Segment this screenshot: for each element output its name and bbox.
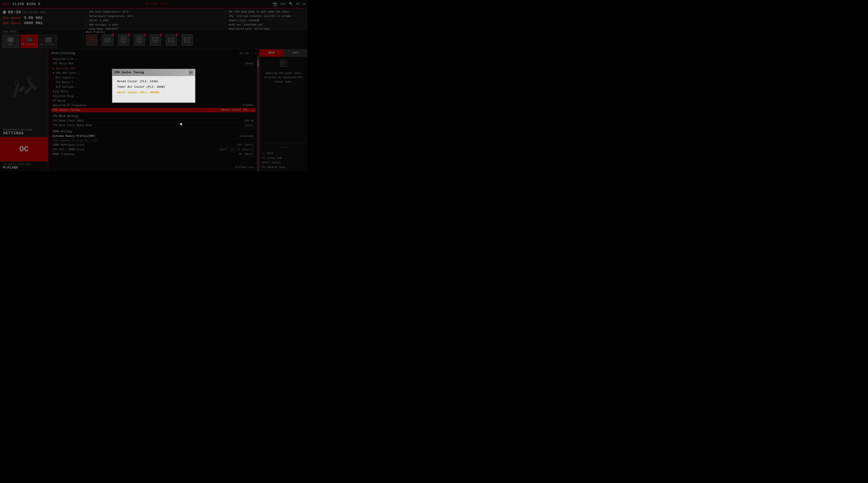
modal-overlay[interactable]: CPU Cooler Tuning ✕ Boxed Cooler (PL1: 2… — [0, 0, 307, 171]
modal-title-bar: CPU Cooler Tuning ✕ — [113, 69, 195, 76]
modal-option-3[interactable]: Water Cooler (PL1: 4050W) — [116, 90, 192, 95]
modal-close-button[interactable]: ✕ — [189, 70, 193, 75]
modal-body: Boxed Cooler (PL1: 241W) Tower Air Coole… — [113, 76, 195, 103]
cpu-cooler-modal: CPU Cooler Tuning ✕ Boxed Cooler (PL1: 2… — [112, 69, 195, 103]
modal-title: CPU Cooler Tuning — [115, 71, 144, 74]
modal-option-2[interactable]: Tower Air Cooler (PL1: 288W) — [116, 84, 192, 90]
modal-option-1[interactable]: Boxed Cooler (PL1: 241W) — [116, 79, 192, 84]
